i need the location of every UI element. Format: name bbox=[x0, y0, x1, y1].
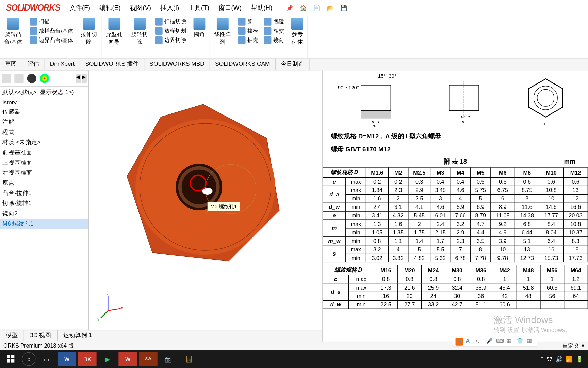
shell-button[interactable]: 抽壳 bbox=[238, 36, 258, 44]
menu-edit[interactable]: 编辑(E) bbox=[99, 4, 120, 12]
spec-line-2: 螺母 GB/T 6170 M12 bbox=[323, 143, 588, 156]
menu-insert[interactable]: 插入(I) bbox=[160, 4, 179, 12]
tab-today[interactable]: 今日制造 bbox=[276, 59, 310, 70]
tree-item[interactable]: 上视基准面 bbox=[0, 158, 88, 168]
intersect-button[interactable]: 相交 bbox=[264, 27, 284, 35]
cut-boundary-button[interactable]: 边界切除 bbox=[155, 36, 186, 44]
lp-right[interactable]: ▶ bbox=[82, 74, 87, 83]
view-triad[interactable]: z x y bbox=[97, 292, 127, 321]
ime-s-icon[interactable]: S bbox=[456, 338, 463, 345]
status-dropdown-icon[interactable]: ▾ bbox=[582, 342, 585, 349]
start-button[interactable] bbox=[2, 352, 20, 366]
svg-rect-30 bbox=[7, 359, 10, 363]
tree-config[interactable]: 默认<<默认>_显示状态 1>) bbox=[0, 87, 88, 97]
hole-wizard-button[interactable]: 异型孔 向导 bbox=[104, 18, 124, 46]
home-icon[interactable]: 🏠 bbox=[298, 3, 308, 12]
wps-icon[interactable]: W bbox=[118, 352, 137, 366]
word-icon[interactable]: W bbox=[58, 352, 76, 366]
pin-icon[interactable]: 📌 bbox=[285, 3, 294, 12]
cut-loft-button[interactable]: 放样切割 bbox=[155, 27, 186, 35]
media-icon[interactable]: ▶ bbox=[98, 352, 117, 366]
btab-3dview[interactable]: 3D 视图 bbox=[24, 330, 58, 341]
menu-file[interactable]: 文件(F) bbox=[69, 4, 90, 12]
tray-net-icon[interactable]: 📶 bbox=[566, 356, 573, 362]
tab-plugin[interactable]: SOLIDWORKS 插件 bbox=[80, 59, 145, 70]
draft-button[interactable]: 拔模 bbox=[238, 27, 258, 35]
tree-item[interactable]: 材质 <未指定> bbox=[0, 137, 88, 148]
tray-vol-icon[interactable]: 🔊 bbox=[556, 356, 562, 362]
boundary-button[interactable]: 边界凸台/基体 bbox=[30, 36, 74, 44]
save-icon[interactable]: 💾 bbox=[339, 3, 348, 12]
tree-item[interactable]: M6 螺纹孔1 bbox=[0, 219, 88, 229]
tree-item[interactable]: 切除-旋转1 bbox=[0, 198, 88, 209]
ime-apps-icon[interactable]: ▦ bbox=[527, 338, 534, 345]
nut-model[interactable] bbox=[110, 92, 296, 278]
tab-sketch[interactable]: 草图 bbox=[0, 59, 22, 70]
tab-eval[interactable]: 评估 bbox=[22, 59, 45, 70]
new-icon[interactable]: 📄 bbox=[312, 3, 321, 12]
svg-rect-28 bbox=[7, 355, 10, 358]
tree-item[interactable]: 镜向2 bbox=[0, 209, 88, 219]
drawing-side: m_c m bbox=[440, 73, 491, 128]
ime-kb-icon[interactable]: ⌨ bbox=[496, 338, 504, 345]
ime-toolbar[interactable]: S A •, 🎤 ⌨ ▦ 👕 ▦ bbox=[453, 337, 537, 347]
lp-tool-3[interactable] bbox=[27, 74, 36, 83]
tree-item[interactable]: 传感器 bbox=[0, 107, 88, 117]
appearance-icon[interactable] bbox=[40, 74, 49, 83]
rib-button[interactable]: 筋 bbox=[238, 18, 258, 25]
tree-item[interactable]: 右视基准面 bbox=[0, 168, 88, 178]
tree-item[interactable]: 程式 bbox=[0, 127, 88, 137]
ime-shirt-icon[interactable]: 👕 bbox=[517, 338, 524, 345]
tree-item[interactable]: 前视基准面 bbox=[0, 148, 88, 158]
lp-tool-1[interactable] bbox=[2, 74, 11, 83]
sweep-button[interactable]: 扫描 bbox=[30, 18, 74, 25]
taskview-button[interactable]: ▭ bbox=[37, 352, 56, 366]
tray-shield-icon[interactable]: 🛡 bbox=[547, 356, 552, 362]
svg-point-26 bbox=[537, 89, 554, 106]
tray-up-icon[interactable]: ˄ bbox=[541, 356, 544, 362]
btab-model[interactable]: 模型 bbox=[0, 330, 24, 341]
svg-text:m_c: m_c bbox=[461, 114, 470, 119]
cut-extrude-button[interactable]: 拉伸切 除 bbox=[79, 18, 99, 46]
ime-voice-icon[interactable]: 🎤 bbox=[486, 338, 493, 345]
mirror-button[interactable]: 镜向 bbox=[264, 36, 284, 44]
menu-window[interactable]: 窗口(W) bbox=[218, 4, 241, 12]
lp-left[interactable]: ◀ bbox=[76, 74, 81, 83]
status-custom[interactable]: 自定义 bbox=[562, 342, 579, 349]
tree-item[interactable]: 凸台-拉伸1 bbox=[0, 188, 88, 198]
ime-a[interactable]: A bbox=[466, 338, 473, 345]
windows-watermark: 激活 Windows 转到"设置"以激活 Windows。 bbox=[494, 314, 571, 334]
camera-icon[interactable]: 📷 bbox=[159, 352, 178, 366]
menu-tools[interactable]: 工具(T) bbox=[189, 4, 209, 12]
svg-rect-29 bbox=[11, 355, 14, 358]
tree-item[interactable]: 原点 bbox=[0, 178, 88, 188]
sw-icon[interactable]: SW bbox=[139, 352, 158, 366]
open-icon[interactable]: 📂 bbox=[326, 3, 335, 12]
calc-icon[interactable]: 🧮 bbox=[179, 352, 198, 366]
cut-sweep-button[interactable]: 扫描切除 bbox=[155, 18, 186, 25]
tree-item[interactable]: istory bbox=[0, 97, 88, 107]
ime-comma-icon[interactable]: •, bbox=[476, 338, 483, 345]
tab-dimxpert[interactable]: DimXpert bbox=[45, 59, 80, 70]
cut-revolve-button[interactable]: 旋转切 除 bbox=[130, 18, 149, 46]
tab-cam[interactable]: SOLIDWORKS CAM bbox=[210, 59, 276, 70]
loft-button[interactable]: 放样凸台/基体 bbox=[30, 27, 74, 35]
pattern-button[interactable]: 线性阵 列 bbox=[213, 18, 232, 46]
tree-item[interactable]: 注解 bbox=[0, 117, 88, 127]
fillet-button[interactable]: 圆角 bbox=[192, 18, 207, 38]
menu-view[interactable]: 视图(V) bbox=[130, 4, 151, 12]
ref-geom-button[interactable]: 参考 何体 bbox=[290, 18, 305, 46]
dx-icon[interactable]: DX bbox=[78, 352, 97, 366]
ime-grid-icon[interactable]: ▦ bbox=[506, 338, 514, 345]
tray-batt-icon[interactable]: 🔋 bbox=[576, 356, 583, 362]
svg-text:x: x bbox=[121, 306, 124, 310]
wrap-button[interactable]: 包覆 bbox=[264, 18, 284, 25]
revolve-boss-button[interactable]: 旋转凸 台/基体 bbox=[2, 18, 24, 46]
lp-tool-2[interactable] bbox=[14, 74, 23, 83]
search-button[interactable]: ○ bbox=[22, 352, 36, 366]
btab-motion[interactable]: 运动算例 1 bbox=[58, 330, 98, 341]
tab-mbd[interactable]: SOLIDWORKS MBD bbox=[144, 59, 210, 70]
svg-text:90°~120°: 90°~120° bbox=[338, 85, 359, 90]
menu-help[interactable]: 帮助(H) bbox=[251, 4, 272, 12]
feature-tree[interactable]: 默认<<默认>_显示状态 1>) istory传感器注解程式材质 <未指定>前视… bbox=[0, 87, 88, 330]
